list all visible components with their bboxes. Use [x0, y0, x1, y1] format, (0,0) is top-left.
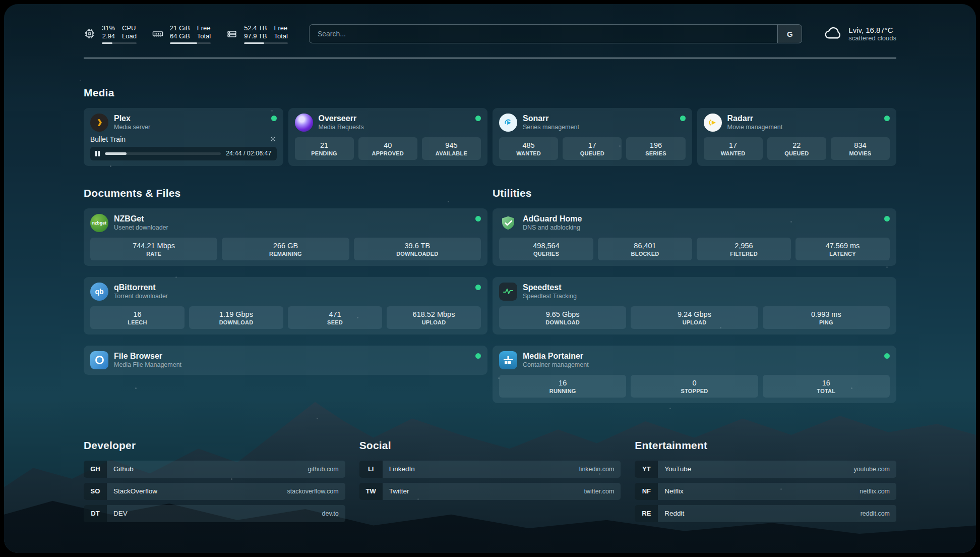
service-card-nzbget[interactable]: nzbget NZBGet Usenet downloader 744.21 M…	[84, 208, 487, 266]
cloud-icon	[823, 23, 842, 44]
status-dot	[475, 353, 481, 359]
search-input[interactable]	[310, 25, 777, 43]
service-title: Media Portainer	[523, 351, 589, 361]
snow-particles	[4, 4, 6, 6]
cpu-bar	[102, 42, 137, 44]
status-dot	[884, 353, 890, 359]
status-dot	[475, 216, 481, 221]
github-icon: GH	[84, 461, 107, 478]
stat-seed: 471 SEED	[288, 306, 382, 329]
service-card-qbittorrent[interactable]: qb qBittorrent Torrent downloader 16	[84, 277, 487, 335]
bookmark-dev[interactable]: DT DEV dev.to	[84, 505, 345, 522]
system-widgets: 31% CPU 2.94 Load	[84, 24, 288, 44]
service-title: File Browser	[114, 351, 181, 361]
now-playing-title: Bullet Train	[90, 135, 126, 143]
bookmark-title-entertainment: Entertainment	[635, 439, 896, 452]
bookmark-reddit[interactable]: RE Reddit reddit.com	[635, 505, 896, 522]
stat-queued: 17 QUEUED	[563, 137, 622, 160]
service-subtitle: Media File Management	[114, 361, 181, 369]
section-title-documents: Documents & Files	[84, 187, 487, 199]
netflix-icon: NF	[635, 483, 658, 500]
service-title: AdGuard Home	[523, 214, 582, 224]
status-dot	[884, 116, 890, 121]
stat-wanted: 17 WANTED	[704, 137, 763, 160]
topbar-divider	[84, 58, 896, 59]
pause-icon[interactable]	[95, 151, 100, 156]
stat-upload: 9.24 Gbps UPLOAD	[631, 306, 758, 329]
service-title: Plex	[114, 114, 150, 123]
media-cards-row: Plex Media server Bullet Train	[84, 108, 896, 166]
service-card-plex[interactable]: Plex Media server Bullet Train	[84, 108, 283, 166]
filebrowser-icon	[90, 351, 108, 369]
plex-icon	[90, 114, 108, 132]
service-subtitle: Container management	[523, 361, 589, 369]
stat-ping: 0.993 ms PING	[763, 306, 890, 329]
gear-icon[interactable]	[269, 135, 277, 143]
section-title-media: Media	[84, 87, 896, 99]
cpu-widget: 31% CPU 2.94 Load	[84, 24, 137, 44]
disk-widget: 52.4 TB Free 97.9 TB Total	[226, 24, 288, 44]
bookmark-group-entertainment: Entertainment YT YouTube youtube.com NF …	[635, 439, 896, 522]
memory-total: 64 GiB	[170, 32, 190, 40]
disk-bar	[244, 42, 288, 44]
stat-upload: 618.52 Mbps UPLOAD	[387, 306, 481, 329]
stat-available: 945 AVAILABLE	[422, 137, 481, 160]
twitter-icon: TW	[359, 483, 383, 500]
section-utilities: Utilities	[493, 187, 896, 403]
portainer-icon	[499, 351, 517, 369]
service-subtitle: DNS and adblocking	[523, 224, 582, 232]
stat-running: 16 RUNNING	[499, 375, 626, 398]
search-provider-button[interactable]: G	[777, 25, 802, 43]
stat-download: 1.19 Gbps DOWNLOAD	[189, 306, 283, 329]
stackoverflow-icon: SO	[84, 483, 107, 500]
bookmark-twitter[interactable]: TW Twitter twitter.com	[359, 483, 621, 500]
service-card-overseerr[interactable]: Overseerr Media Requests 21 PENDING 40 A…	[288, 108, 488, 166]
bookmark-group-social: Social LI LinkedIn linkedin.com TW Twitt…	[359, 439, 621, 522]
stat-download: 9.65 Gbps DOWNLOAD	[499, 306, 626, 329]
stat-approved: 40 APPROVED	[358, 137, 417, 160]
adguard-icon	[499, 214, 517, 232]
memory-free: 21 GiB	[170, 24, 190, 32]
service-title: qBittorrent	[114, 283, 168, 292]
stat-wanted: 485 WANTED	[499, 137, 558, 160]
memory-free-label: Free	[197, 24, 211, 32]
service-card-adguard[interactable]: AdGuard Home DNS and adblocking 498,564 …	[493, 208, 896, 266]
status-dot	[475, 116, 481, 121]
weather-location: Lviv, 16.87°C	[848, 26, 896, 34]
cpu-icon	[84, 28, 96, 40]
bookmark-stackoverflow[interactable]: SO StackOverflow stackoverflow.com	[84, 483, 345, 500]
playback-progress[interactable]	[105, 152, 221, 155]
dev-icon: DT	[84, 505, 107, 522]
stat-rate: 744.21 Mbps RATE	[90, 238, 217, 260]
stat-queries: 498,564 QUERIES	[499, 238, 593, 260]
stat-movies: 834 MOVIES	[831, 137, 890, 160]
service-card-speedtest[interactable]: Speedtest Speedtest Tracking 9.65 Gbps D…	[493, 277, 896, 335]
search-bar: G	[309, 24, 802, 43]
cpu-label: CPU	[122, 24, 137, 32]
section-title-utilities: Utilities	[493, 187, 896, 199]
service-card-portainer[interactable]: Media Portainer Container management 16 …	[493, 346, 896, 403]
service-card-filebrowser[interactable]: File Browser Media File Management	[84, 346, 487, 375]
memory-total-label: Total	[197, 32, 211, 40]
bookmark-youtube[interactable]: YT YouTube youtube.com	[635, 461, 896, 478]
bookmark-github[interactable]: GH Github github.com	[84, 461, 345, 478]
stat-filtered: 2,956 FILTERED	[697, 238, 791, 260]
service-subtitle: Torrent downloader	[114, 293, 168, 300]
service-card-radarr[interactable]: Radarr Movie management 17 WANTED 22 QUE…	[697, 108, 897, 166]
status-dot	[271, 116, 277, 121]
status-dot	[475, 285, 481, 290]
playback-time: 24:44 / 02:06:47	[226, 150, 271, 157]
stat-blocked: 86,401 BLOCKED	[598, 238, 692, 260]
service-title: Speedtest	[523, 283, 577, 292]
cpu-load-label: Load	[122, 32, 137, 40]
bookmark-title-developer: Developer	[84, 439, 345, 452]
service-title: Overseerr	[319, 114, 364, 123]
service-title: Radarr	[727, 114, 783, 123]
plex-player-bar: 24:44 / 02:06:47	[90, 147, 277, 160]
speedtest-icon	[499, 283, 517, 301]
memory-widget: 21 GiB Free 64 GiB Total	[152, 24, 211, 44]
bookmark-title-social: Social	[359, 439, 621, 452]
bookmark-netflix[interactable]: NF Netflix netflix.com	[635, 483, 896, 500]
service-card-sonarr[interactable]: Sonarr Series management 485 WANTED 17 Q…	[493, 108, 692, 166]
bookmark-linkedin[interactable]: LI LinkedIn linkedin.com	[359, 461, 621, 478]
